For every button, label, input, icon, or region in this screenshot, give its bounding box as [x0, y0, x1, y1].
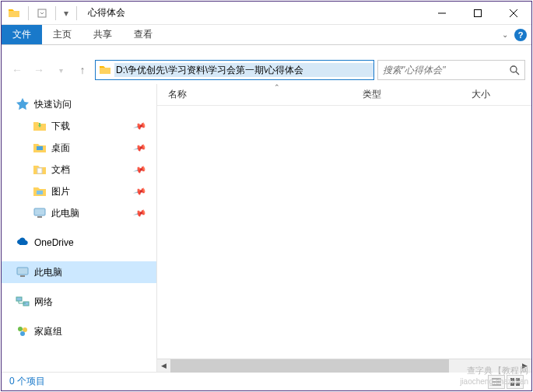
separator: [76, 6, 77, 20]
sidebar-item-label: 下载: [51, 120, 70, 133]
computer-icon: [33, 206, 47, 220]
content-area: 名称 ⌃ 类型 大小 ◀ ▶: [157, 84, 531, 372]
onedrive-icon: [16, 236, 30, 250]
search-box[interactable]: [377, 60, 525, 80]
svg-rect-12: [17, 268, 28, 275]
folder-icon: [33, 141, 47, 155]
column-type[interactable]: 类型: [363, 88, 472, 101]
svg-point-5: [510, 66, 517, 72]
column-name[interactable]: 名称: [168, 88, 363, 101]
navigation-bar: ← → ▾ ↑: [2, 56, 531, 84]
qat-overflow-icon[interactable]: ▾: [64, 8, 68, 19]
back-button[interactable]: ←: [8, 61, 26, 79]
folder-icon: [33, 119, 47, 133]
column-headers: 名称 ⌃ 类型 大小: [157, 84, 531, 106]
address-input[interactable]: [114, 63, 373, 77]
folder-icon: [33, 163, 47, 177]
ribbon-tabs: 文件 主页 共享 查看 ⌄ ?: [2, 25, 531, 45]
sidebar-item-downloads[interactable]: 下载 📌: [2, 115, 156, 137]
network-icon: [16, 295, 30, 309]
sidebar-item-label: 网络: [34, 296, 53, 309]
svg-rect-14: [16, 297, 22, 301]
up-button[interactable]: ↑: [73, 61, 92, 79]
sidebar-network[interactable]: 网络: [2, 291, 156, 313]
folder-icon: [33, 184, 47, 198]
svg-rect-10: [34, 208, 45, 215]
qat-dropdown-icon[interactable]: [37, 8, 47, 19]
file-list[interactable]: [157, 106, 531, 359]
sidebar-item-documents[interactable]: 文档 📌: [2, 159, 156, 180]
sidebar-item-pictures[interactable]: 图片 📌: [2, 180, 156, 202]
separator: [28, 6, 29, 20]
sidebar-item-label: 家庭组: [34, 325, 62, 338]
sidebar-item-label: 快速访问: [34, 98, 72, 111]
computer-icon: [16, 265, 30, 279]
statusbar: 0 个项目: [2, 372, 531, 390]
pin-icon: 📌: [133, 141, 148, 155]
star-icon: [16, 97, 30, 111]
svg-rect-13: [20, 275, 25, 277]
folder-icon: [8, 7, 20, 19]
sidebar-item-label: 此电脑: [51, 207, 79, 220]
titlebar-left: ▾ 心得体会: [2, 6, 125, 20]
sidebar-item-label: OneDrive: [34, 237, 74, 248]
help-icon[interactable]: ?: [514, 29, 527, 41]
svg-rect-2: [475, 9, 482, 16]
forward-button[interactable]: →: [30, 61, 48, 79]
folder-icon: [99, 64, 111, 76]
tab-share[interactable]: 共享: [82, 25, 123, 44]
sort-indicator-icon: ⌃: [274, 83, 280, 91]
svg-rect-0: [38, 9, 46, 17]
separator: [55, 6, 56, 20]
scroll-left-icon[interactable]: ◀: [157, 359, 170, 373]
sidebar-onedrive[interactable]: OneDrive: [2, 232, 156, 254]
titlebar: ▾ 心得体会: [2, 2, 531, 25]
sidebar-item-desktop[interactable]: 桌面 📌: [2, 137, 156, 159]
item-count: 0 个项目: [9, 375, 45, 388]
address-bar[interactable]: [95, 60, 374, 80]
window-title: 心得体会: [88, 6, 125, 19]
explorer-window: ▾ 心得体会 文件 主页 共享 查看 ⌄ ? ← → ▾ ↑: [1, 1, 532, 391]
tab-home[interactable]: 主页: [42, 25, 82, 44]
tab-view[interactable]: 查看: [123, 25, 163, 44]
pin-icon: 📌: [133, 163, 148, 177]
svg-point-20: [20, 331, 25, 336]
watermark: 查字典【教程网: [467, 365, 528, 376]
tab-file[interactable]: 文件: [2, 25, 42, 44]
body: 快速访问 下载 📌 桌面 📌 文档 📌 图片 📌: [2, 84, 531, 372]
pin-icon: 📌: [133, 206, 148, 220]
svg-line-6: [516, 72, 519, 75]
svg-rect-8: [37, 168, 42, 173]
svg-point-19: [23, 327, 27, 332]
ribbon-expand-icon[interactable]: ⌄: [502, 30, 508, 39]
search-icon[interactable]: [509, 65, 520, 75]
sidebar-item-label: 文档: [51, 163, 70, 177]
sidebar-this-pc[interactable]: 此电脑: [2, 261, 156, 283]
sidebar-item-label: 桌面: [51, 142, 70, 155]
maximize-button[interactable]: [460, 2, 496, 25]
search-input[interactable]: [383, 65, 509, 75]
close-button[interactable]: [496, 2, 531, 25]
sidebar-quick-access[interactable]: 快速访问: [2, 93, 156, 115]
pin-icon: 📌: [133, 184, 148, 198]
pin-icon: 📌: [133, 119, 148, 133]
svg-point-18: [18, 327, 23, 331]
sidebar-item-label: 图片: [51, 185, 70, 198]
svg-rect-11: [37, 216, 42, 218]
sidebar-item-thispc[interactable]: 此电脑 📌: [2, 202, 156, 224]
sidebar-homegroup[interactable]: 家庭组: [2, 320, 156, 342]
scroll-thumb[interactable]: [170, 359, 449, 373]
svg-rect-7: [37, 146, 43, 150]
sidebar-item-label: 此电脑: [34, 266, 62, 279]
svg-rect-9: [37, 191, 43, 194]
recent-dropdown-icon[interactable]: ▾: [51, 61, 70, 79]
homegroup-icon: [16, 324, 30, 338]
navigation-pane: 快速访问 下载 📌 桌面 📌 文档 📌 图片 📌: [2, 84, 157, 372]
watermark: jiaocheng.chazidian: [460, 377, 528, 386]
window-controls: [424, 2, 531, 25]
column-size[interactable]: 大小: [472, 88, 490, 101]
minimize-button[interactable]: [424, 2, 460, 25]
